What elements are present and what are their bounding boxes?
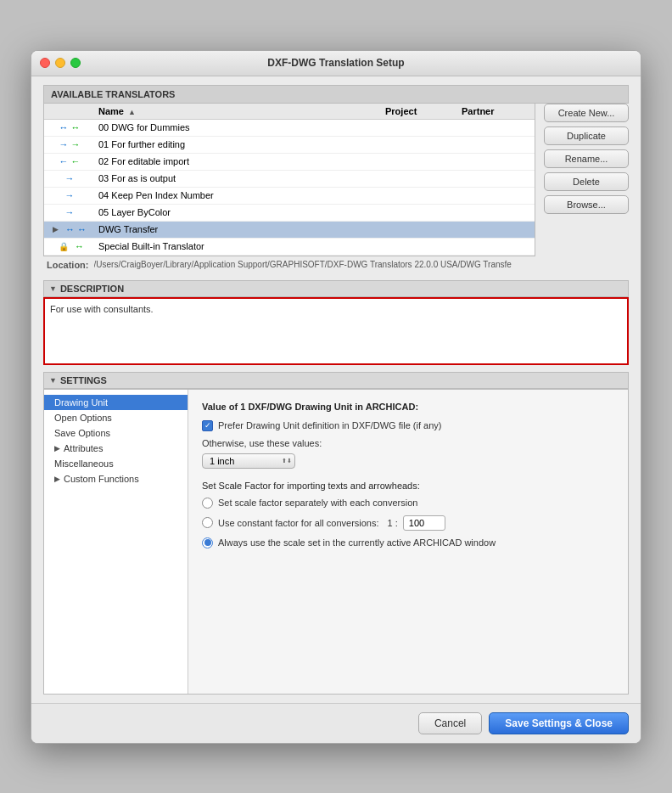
right-arrow-icon: ← — [71, 156, 81, 166]
sidebar-item-label: Custom Functions — [64, 474, 139, 484]
sidebar-item-miscellaneous[interactable]: Miscellaneous — [44, 456, 188, 471]
sidebar-item-label: Drawing Unit — [54, 397, 108, 408]
sidebar-item-label: Attributes — [64, 443, 103, 453]
table-row[interactable]: ↔ ↔ 00 DWG for Dummies — [44, 120, 535, 137]
translators-right-buttons: Create New... Duplicate Rename... Delete… — [544, 104, 629, 273]
row-name: 02 For editable import — [95, 155, 535, 168]
arrow-cell: → — [44, 172, 95, 185]
arrow-cell: 🔒 ↔ — [44, 239, 95, 253]
browse-button[interactable]: Browse... — [544, 195, 629, 214]
minimize-button[interactable] — [55, 58, 65, 68]
location-row: Location: /Users/CraigBoyer/Library/Appl… — [43, 256, 535, 273]
left-arrow-icon: ← — [59, 156, 69, 166]
expand-arrow-icon: ▶ — [54, 475, 60, 483]
sidebar-item-attributes[interactable]: ▶ Attributes — [44, 441, 188, 456]
expand-arrow-icon: ▶ — [54, 444, 60, 453]
maximize-button[interactable] — [70, 58, 81, 68]
scale-title: Set Scale Factor for importing texts and… — [202, 481, 614, 491]
radio-button-1[interactable] — [202, 498, 213, 509]
otherwise-label: Otherwise, use these values: — [202, 438, 614, 448]
left-arrow-icon: ↔ — [59, 122, 69, 132]
row-name: 03 For as is output — [95, 172, 535, 185]
arrow-cell: → — [44, 188, 95, 202]
constant-factor-input[interactable] — [403, 515, 445, 531]
right-arrow-icon: → — [71, 139, 81, 149]
titlebar: DXF-DWG Translation Setup — [31, 51, 641, 76]
table-row[interactable]: → 03 For as is output — [44, 171, 535, 188]
row-name: Special Built-in Translator — [95, 239, 535, 253]
table-row[interactable]: ▶ ↔ ↔ DWG Transfer — [44, 222, 535, 239]
right-arrow-icon: ↔ — [71, 122, 81, 132]
expand-icon: ▶ — [53, 225, 63, 233]
radio-label-1: Set scale factor separately with each co… — [218, 498, 417, 508]
translators-header-label: AVAILABLE TRANSLATORS — [51, 89, 175, 99]
table-row[interactable]: → 05 Layer ByColor — [44, 205, 535, 222]
prefer-label: Prefer Drawing Unit definition in DXF/DW… — [218, 420, 441, 430]
main-window: DXF-DWG Translation Setup AVAILABLE TRAN… — [31, 50, 641, 744]
settings-header[interactable]: ▼ SETTINGS — [43, 372, 629, 389]
header-project-col: Project — [382, 104, 458, 119]
table-row[interactable]: → → 01 For further editing — [44, 137, 535, 154]
table-row[interactable]: 🔒 ↔ Special Built-in Translator — [44, 239, 535, 256]
sidebar-item-custom-functions[interactable]: ▶ Custom Functions — [44, 471, 188, 486]
prefer-checkbox-row[interactable]: ✓ Prefer Drawing Unit definition in DXF/… — [202, 420, 614, 431]
description-header[interactable]: ▼ DESCRIPTION — [43, 280, 629, 297]
sidebar-item-open-options[interactable]: Open Options — [44, 410, 188, 425]
right-arrow-icon: → — [65, 207, 75, 217]
sidebar-item-label: Miscellaneous — [54, 458, 114, 469]
row-name: DWG Transfer — [95, 222, 535, 236]
table-row[interactable]: ← ← 02 For editable import — [44, 154, 535, 171]
location-path: /Users/CraigBoyer/Library/Application Su… — [94, 260, 512, 269]
arrow-cell: → → — [44, 138, 95, 151]
settings-sidebar: Drawing Unit Open Options Save Options ▶… — [44, 390, 188, 694]
description-text: For use with consultants. — [50, 304, 154, 314]
settings-section: ▼ SETTINGS Drawing Unit Open Options Sav… — [43, 372, 629, 695]
cancel-button[interactable]: Cancel — [418, 712, 482, 734]
radio-row-2[interactable]: Use constant factor for all conversions:… — [202, 515, 614, 531]
right-arrow-icon: ↔ — [75, 241, 84, 251]
settings-main: Value of 1 DXF/DWG Drawing Unit in ARCHI… — [188, 390, 628, 694]
translators-header: AVAILABLE TRANSLATORS — [43, 85, 629, 104]
prefer-checkbox[interactable]: ✓ — [202, 420, 213, 431]
radio-label-3: Always use the scale set in the currentl… — [218, 537, 496, 548]
create-new-button[interactable]: Create New... — [544, 104, 629, 122]
lock-icon: 🔒 — [55, 242, 72, 251]
unit-select-row: 1 inch 1 mm 1 cm 1 m 1 ft — [202, 453, 614, 469]
left-arrow-icon: → — [59, 139, 69, 149]
unit-select[interactable]: 1 inch 1 mm 1 cm 1 m 1 ft — [202, 453, 295, 469]
right-arrow-icon: → — [65, 173, 75, 183]
radio-row-1[interactable]: Set scale factor separately with each co… — [202, 498, 614, 509]
row-name: 00 DWG for Dummies — [95, 121, 535, 134]
main-content: AVAILABLE TRANSLATORS Name ▲ Project Par… — [31, 76, 641, 703]
translators-table: Name ▲ Project Partner ↔ ↔ 00 DWG for Du… — [43, 104, 535, 256]
duplicate-button[interactable]: Duplicate — [544, 127, 629, 145]
location-label: Location: — [47, 260, 89, 270]
delete-button[interactable]: Delete — [544, 172, 629, 191]
settings-header-label: SETTINGS — [60, 375, 107, 385]
radio-label-2: Use constant factor for all conversions: — [218, 518, 379, 528]
close-button[interactable] — [40, 58, 50, 68]
right-arrow-icon: → — [65, 190, 75, 200]
row-name: 04 Keep Pen Index Number — [95, 188, 535, 202]
table-row[interactable]: → 04 Keep Pen Index Number — [44, 188, 535, 205]
arrow-cell: ← ← — [44, 155, 95, 168]
description-header-label: DESCRIPTION — [60, 284, 124, 294]
radio-button-3[interactable] — [202, 537, 213, 548]
save-settings-close-button[interactable]: Save Settings & Close — [489, 712, 629, 734]
sort-arrow-icon: ▲ — [128, 108, 136, 116]
sidebar-item-label: Save Options — [54, 428, 110, 438]
header-partner-col: Partner — [458, 104, 535, 119]
radio-row-3[interactable]: Always use the scale set in the currentl… — [202, 537, 614, 548]
rename-button[interactable]: Rename... — [544, 149, 629, 168]
constant-prefix: 1 : — [388, 518, 398, 528]
arrow-cell: ↔ ↔ — [44, 121, 95, 134]
row-name: 05 Layer ByColor — [95, 205, 535, 219]
unit-select-wrapper[interactable]: 1 inch 1 mm 1 cm 1 m 1 ft — [202, 453, 295, 469]
radio-button-2[interactable] — [202, 517, 213, 528]
sidebar-item-drawing-unit[interactable]: Drawing Unit — [44, 395, 188, 410]
description-box[interactable]: For use with consultants. — [43, 297, 629, 365]
translators-wrapper: Name ▲ Project Partner ↔ ↔ 00 DWG for Du… — [43, 104, 629, 273]
sidebar-item-save-options[interactable]: Save Options — [44, 425, 188, 441]
right-arrow-icon: ↔ — [77, 224, 87, 234]
description-section: ▼ DESCRIPTION For use with consultants. — [43, 280, 629, 365]
